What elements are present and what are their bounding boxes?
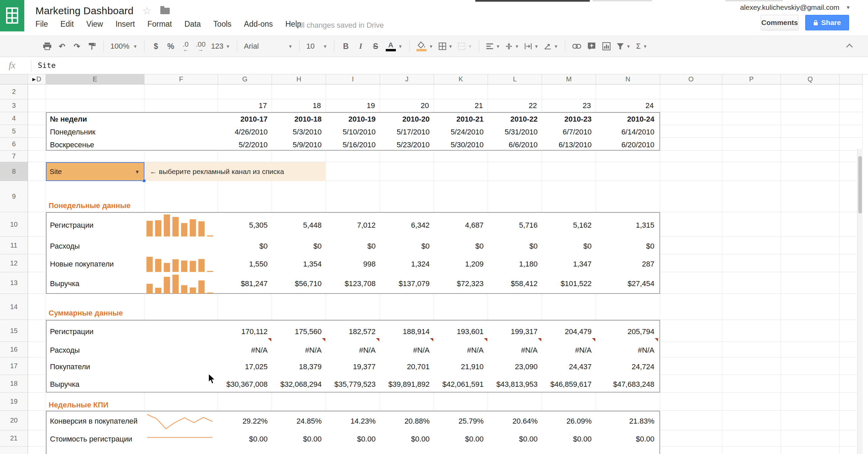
value-cell[interactable]: $27,454 bbox=[596, 273, 659, 295]
column-header-I[interactable]: I bbox=[326, 74, 380, 84]
print-button[interactable] bbox=[40, 39, 55, 54]
row-label-cell[interactable]: Расходы bbox=[47, 346, 144, 355]
value-cell[interactable]: 19,377 bbox=[326, 358, 380, 376]
value-cell[interactable]: 21.83% bbox=[596, 411, 659, 431]
week-number-cell[interactable]: 20 bbox=[379, 99, 433, 112]
value-cell[interactable]: 199,317 bbox=[488, 321, 542, 343]
value-cell[interactable]: $0 bbox=[326, 237, 380, 255]
value-cell[interactable]: $0 bbox=[596, 237, 659, 255]
row-label-cell[interactable]: Понедельник bbox=[47, 128, 144, 136]
text-color-button[interactable]: A▼ bbox=[383, 39, 405, 54]
decrease-decimal-button[interactable]: .0← bbox=[178, 39, 193, 54]
value-cell[interactable]: 5,716 bbox=[488, 213, 542, 237]
value-cell[interactable]: $0.00 bbox=[596, 431, 659, 447]
value-cell[interactable]: 1,354 bbox=[272, 255, 326, 273]
value-cell[interactable]: #N/A bbox=[596, 343, 659, 358]
column-header-G[interactable]: G bbox=[218, 74, 272, 84]
row-header-21[interactable]: 21 bbox=[0, 430, 28, 447]
value-cell[interactable]: 182,572 bbox=[326, 321, 380, 343]
value-cell[interactable]: #N/A bbox=[542, 343, 596, 358]
dropdown-arrow-icon[interactable]: ▼ bbox=[135, 169, 144, 175]
insert-chart-button[interactable] bbox=[599, 39, 614, 54]
row-header-5[interactable]: 5 bbox=[0, 125, 28, 138]
value-cell[interactable]: 5/16/2010 bbox=[326, 138, 380, 151]
redo-button[interactable]: ↷ bbox=[70, 39, 84, 54]
column-header-J[interactable]: J bbox=[380, 74, 434, 84]
value-cell[interactable]: 188,914 bbox=[380, 321, 434, 343]
row-label-cell[interactable]: Конверсия в покупателей bbox=[47, 417, 144, 426]
value-cell[interactable]: 1,315 bbox=[596, 213, 659, 237]
text-rotation-button[interactable]: ▼ bbox=[541, 39, 561, 54]
value-cell[interactable]: #N/A bbox=[326, 343, 380, 358]
value-cell[interactable]: 6/14/2010 bbox=[596, 126, 659, 138]
value-cell[interactable]: 5/3/2010 bbox=[272, 126, 326, 138]
row-header-4[interactable]: 4 bbox=[0, 112, 28, 125]
fill-color-button[interactable]: ▼ bbox=[414, 39, 436, 54]
format-percent-button[interactable]: % bbox=[163, 39, 178, 54]
text-wrap-button[interactable]: ▼ bbox=[522, 39, 541, 54]
value-cell[interactable]: 2010-19 bbox=[326, 113, 380, 126]
row-header-15[interactable]: 15 bbox=[0, 320, 28, 342]
value-cell[interactable]: 24.85% bbox=[272, 411, 326, 431]
value-cell[interactable]: 2010-20 bbox=[380, 113, 434, 126]
value-cell[interactable]: $58,412 bbox=[488, 273, 542, 295]
column-header-Q[interactable]: Q bbox=[781, 74, 840, 84]
row-header-12[interactable]: 12 bbox=[0, 254, 28, 272]
italic-button[interactable]: I bbox=[353, 39, 368, 54]
value-cell[interactable]: $35,779,523 bbox=[326, 376, 380, 393]
column-header-O[interactable]: O bbox=[660, 74, 722, 84]
grid-corner[interactable] bbox=[0, 74, 28, 84]
value-cell[interactable]: $56,710 bbox=[272, 273, 326, 295]
value-cell[interactable]: $0.00 bbox=[218, 431, 272, 447]
share-button[interactable]: Share bbox=[805, 15, 849, 30]
value-cell[interactable]: 1,550 bbox=[218, 255, 272, 273]
row-label-cell[interactable]: Воскресенье bbox=[47, 141, 144, 149]
value-cell[interactable]: 2010-17 bbox=[218, 113, 272, 126]
row-header-20[interactable]: 20 bbox=[0, 411, 28, 430]
value-cell[interactable]: 5/24/2010 bbox=[434, 126, 488, 138]
value-cell[interactable]: 24,437 bbox=[542, 358, 596, 376]
week-number-cell[interactable]: 17 bbox=[217, 99, 271, 112]
value-cell[interactable]: $0 bbox=[542, 237, 596, 255]
value-cell[interactable]: 1,347 bbox=[542, 255, 596, 273]
row-header-11[interactable]: 11 bbox=[0, 237, 28, 254]
row-header-19[interactable]: 19 bbox=[0, 393, 28, 411]
scrollbar-thumb[interactable] bbox=[858, 156, 862, 213]
row-header-14[interactable]: 14 bbox=[0, 294, 28, 320]
menu-item[interactable]: File bbox=[35, 20, 48, 29]
value-cell[interactable]: 23,090 bbox=[488, 358, 542, 376]
value-cell[interactable]: 7,012 bbox=[326, 213, 380, 237]
column-header-P[interactable]: P bbox=[722, 74, 781, 84]
menu-item[interactable]: Tools bbox=[213, 20, 232, 29]
value-cell[interactable]: 205,794 bbox=[596, 321, 659, 343]
row-label-cell[interactable]: Новые покупатели bbox=[47, 260, 144, 269]
menu-item[interactable]: Insert bbox=[115, 20, 135, 29]
functions-button[interactable]: Σ▼ bbox=[633, 39, 650, 54]
row-label-cell[interactable]: Выручка bbox=[47, 279, 144, 288]
value-cell[interactable]: 1,209 bbox=[434, 255, 488, 273]
value-cell[interactable]: 1,180 bbox=[488, 255, 542, 273]
filter-button[interactable]: ▼ bbox=[614, 39, 633, 54]
comments-button[interactable]: Comments bbox=[761, 15, 798, 30]
value-cell[interactable]: $0.00 bbox=[488, 431, 542, 447]
insert-comment-button[interactable] bbox=[584, 39, 599, 54]
value-cell[interactable]: 4/26/2010 bbox=[218, 126, 272, 138]
value-cell[interactable]: 2010-22 bbox=[488, 113, 542, 126]
value-cell[interactable]: $81,247 bbox=[218, 273, 272, 295]
value-cell[interactable]: 5/30/2010 bbox=[434, 138, 488, 151]
row-header-16[interactable]: 16 bbox=[0, 342, 28, 357]
formula-bar-value[interactable]: Site bbox=[38, 61, 56, 70]
value-cell[interactable]: 6/20/2010 bbox=[596, 138, 659, 151]
row-label-cell[interactable]: Стоимость регистрации bbox=[47, 435, 144, 444]
value-cell[interactable]: $137,079 bbox=[380, 273, 434, 295]
folder-icon[interactable] bbox=[160, 8, 170, 14]
value-cell[interactable]: 5/31/2010 bbox=[488, 126, 542, 138]
value-cell[interactable]: $30,367,008 bbox=[218, 376, 272, 393]
menu-item[interactable]: View bbox=[86, 20, 103, 29]
value-cell[interactable]: 18,379 bbox=[272, 358, 326, 376]
value-cell[interactable]: #N/A bbox=[272, 343, 326, 358]
row-label-cell[interactable]: Выручка bbox=[47, 380, 144, 389]
value-cell[interactable]: 17,025 bbox=[218, 358, 272, 376]
value-cell[interactable]: 998 bbox=[326, 255, 380, 273]
row-header-7[interactable]: 7 bbox=[0, 151, 28, 162]
